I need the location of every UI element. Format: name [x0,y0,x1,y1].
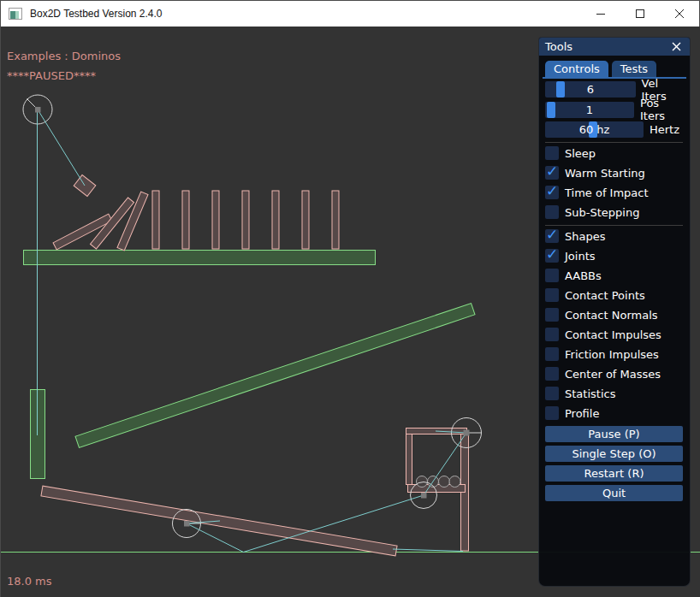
checkbox-row-contact-normals[interactable]: Contact Normals [545,308,683,322]
minimize-icon [596,9,606,19]
checkbox-row-contact-impulses[interactable]: Contact Impulses [545,328,683,341]
vel-iters-value: 6 [545,81,636,98]
tools-panel-title: Tools [545,40,670,53]
close-button[interactable] [660,1,699,27]
checkbox-sleep[interactable] [545,146,559,160]
tab-tests[interactable]: Tests [612,61,656,77]
checkbox-contact-impulses[interactable] [545,328,559,341]
checkbox-label: Contact Normals [565,309,658,322]
checkbox-label: AABBs [565,269,602,282]
checkbox-sub-stepping[interactable] [545,205,559,219]
domino-platform [24,251,376,265]
tools-panel-close-button[interactable] [670,40,683,53]
frame-time-label: 18.0 ms [7,575,52,588]
tilted-ramp [75,304,475,448]
checkbox-warm-starting[interactable] [545,166,559,180]
pivot-circles [23,95,482,538]
ball [417,476,428,488]
tools-panel-titlebar[interactable]: Tools [539,38,690,56]
window-title: Box2D Testbed Version 2.4.0 [30,8,163,20]
tab-controls[interactable]: Controls [545,61,608,77]
checkbox-time-of-impact[interactable] [545,186,559,199]
hertz-row: 60 hz Hertz [545,121,683,138]
checkbox-row-sub-stepping[interactable]: Sub-Stepping [545,205,683,219]
domino-upright [242,191,249,249]
checkbox-row-joints[interactable]: Joints [545,249,683,263]
checkbox-row-sleep[interactable]: Sleep [545,146,683,160]
checkbox-label: Statistics [565,387,615,400]
checkbox-row-warm-starting[interactable]: Warm Starting [545,166,683,180]
close-icon [672,42,681,51]
checkbox-label: Contact Points [565,289,645,302]
checkbox-label: Center of Masses [565,368,661,381]
checkbox-row-friction-impulses[interactable]: Friction Impulses [545,347,683,361]
checkbox-label: Shapes [565,230,605,243]
domino-upright [302,191,309,249]
checkbox-row-center-of-masses[interactable]: Center of Masses [545,367,683,381]
checkbox-joints[interactable] [545,249,559,263]
checkbox-aabbs[interactable] [545,269,559,282]
single-step-button[interactable]: Single Step (O) [545,446,683,462]
checkbox-row-shapes[interactable]: Shapes [545,229,683,243]
close-icon [674,9,685,19]
quit-button[interactable]: Quit [545,485,683,501]
dominos [53,191,339,251]
cart-structure [406,429,469,552]
pos-iters-label: Pos Iters [640,97,683,122]
hertz-slider[interactable]: 60 hz [545,121,644,138]
paused-label: ****PAUSED**** [7,69,96,82]
domino-upright [152,191,159,249]
domino-upright [332,191,339,249]
checkbox-row-statistics[interactable]: Statistics [545,387,683,400]
domino-leaning [117,192,148,251]
pos-iters-row: 1 Pos Iters [545,102,683,118]
domino-upright [212,191,219,249]
app-window: Box2D Testbed Version 2.4.0 [0,0,700,597]
vel-iters-row: 6 Vel Iters [545,81,683,98]
joint-anchors [35,107,470,527]
checkbox-row-profile[interactable]: Profile [545,406,683,420]
frame-left-post [406,434,412,485]
checkbox-contact-normals[interactable] [545,308,559,322]
domino-upright [272,191,279,249]
window-titlebar: Box2D Testbed Version 2.4.0 [1,1,699,27]
checkbox-label: Time of Impact [565,186,649,199]
pause-button[interactable]: Pause (P) [545,426,683,442]
checkbox-row-contact-points[interactable]: Contact Points [545,288,683,302]
maximize-icon [635,9,645,19]
vel-iters-slider[interactable]: 6 [545,81,636,98]
app-icon [9,8,22,20]
tools-panel: Tools Controls Tests 6 Vel Iters [538,37,691,587]
checkbox-label: Sub-Stepping [565,206,639,219]
checkbox-label: Joints [565,250,596,263]
checkbox-label: Contact Impulses [565,328,661,341]
checkbox-shapes[interactable] [545,229,559,243]
maximize-button[interactable] [620,1,660,27]
ball [439,476,450,488]
simulation-viewport: Examples : Dominos ****PAUSED**** 18.0 m… [1,27,700,597]
hertz-value: 60 hz [545,121,644,138]
checkbox-row-aabbs[interactable]: AABBs [545,269,683,282]
checkbox-center-of-masses[interactable] [545,367,559,381]
separator [545,142,683,143]
checkbox-label: Warm Starting [565,167,645,180]
checkbox-contact-points[interactable] [545,288,559,302]
pos-iters-value: 1 [545,102,634,118]
checkbox-label: Sleep [565,147,596,160]
checkbox-row-time-of-impact[interactable]: Time of Impact [545,186,683,199]
checkbox-profile[interactable] [545,406,559,420]
pos-iters-slider[interactable]: 1 [545,102,634,118]
checkbox-label: Profile [565,407,599,420]
ball [449,476,460,488]
separator [545,225,683,226]
minimize-button[interactable] [581,1,620,27]
checkbox-label: Friction Impulses [565,348,659,361]
example-label: Examples : Dominos [7,50,121,62]
checkbox-friction-impulses[interactable] [545,347,559,361]
tab-bar: Controls Tests [545,61,690,77]
restart-button[interactable]: Restart (R) [545,465,683,482]
checkbox-statistics[interactable] [545,387,559,400]
domino-upright [182,191,189,249]
hertz-label: Hertz [650,123,679,136]
